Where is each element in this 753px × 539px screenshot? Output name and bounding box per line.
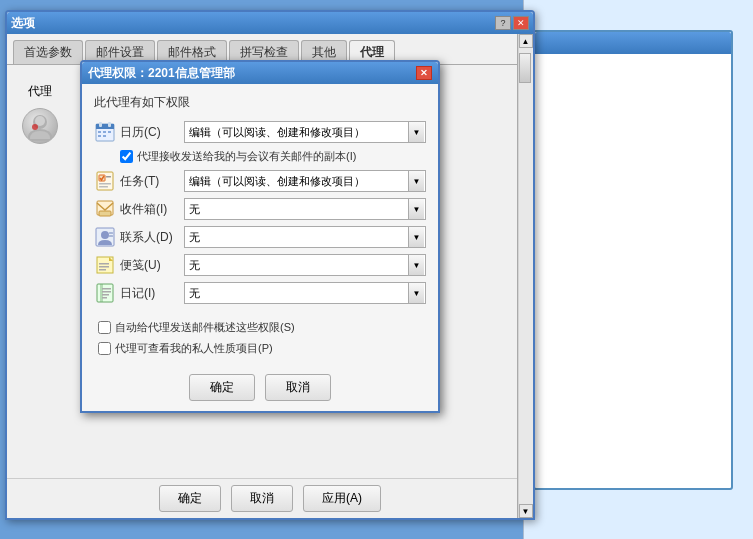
journal-svg: [95, 283, 115, 303]
outer-title-text: 选项: [11, 15, 35, 32]
svg-rect-16: [99, 183, 111, 185]
private-items-label: 代理可查看我的私人性质项目(P): [115, 341, 273, 356]
journal-permission-row: 日记(I) 无 创建项目 编辑（可以阅读、创建和修改项目） ▼: [94, 282, 426, 304]
calendar-select-wrapper: 编辑（可以阅读、创建和修改项目） 无 创建项目 ▼: [184, 121, 426, 143]
task-select-wrapper: 编辑（可以阅读、创建和修改项目） 无 创建项目 ▼: [184, 170, 426, 192]
inner-cancel-button[interactable]: 取消: [265, 374, 331, 401]
scroll-down-button[interactable]: ▼: [519, 504, 533, 518]
calendar-label: 日历(C): [120, 124, 180, 141]
task-svg: [95, 171, 115, 191]
svg-rect-31: [100, 284, 103, 302]
task-label: 任务(T): [120, 173, 180, 190]
inbox-svg: [95, 199, 115, 219]
inner-dialog: 代理权限：2201信息管理部 ✕ 此代理有如下权限 日历(C): [80, 60, 440, 413]
svg-rect-32: [102, 288, 111, 290]
svg-rect-8: [98, 131, 101, 133]
task-select[interactable]: 编辑（可以阅读、创建和修改项目） 无 创建项目: [184, 170, 426, 192]
note-select[interactable]: 无 创建项目 编辑（可以阅读、创建和修改项目）: [184, 254, 426, 276]
scroll-up-button[interactable]: ▲: [519, 34, 533, 48]
note-permission-row: 便笺(U) 无 创建项目 编辑（可以阅读、创建和修改项目） ▼: [94, 254, 426, 276]
inbox-permission-row: 收件箱(I) 无 创建项目 编辑（可以阅读、创建和修改项目） ▼: [94, 198, 426, 220]
private-items-checkbox-row: 代理可查看我的私人性质项目(P): [98, 341, 426, 356]
inbox-label: 收件箱(I): [120, 201, 180, 218]
journal-icon: [94, 282, 116, 304]
outer-ok-button[interactable]: 确定: [159, 485, 221, 512]
sidebar-label: 代理: [28, 83, 52, 100]
calendar-copy-checkbox-row: 代理接收发送给我的与会议有关邮件的副本(I): [120, 149, 426, 164]
svg-point-21: [101, 231, 109, 239]
outer-title-bar: 选项 ? ✕: [7, 12, 533, 34]
bg-window-title-bar: [535, 32, 731, 54]
calendar-permission-row: 日历(C) 编辑（可以阅读、创建和修改项目） 无 创建项目 ▼: [94, 121, 426, 143]
background-window: [533, 30, 733, 490]
svg-rect-19: [99, 211, 111, 216]
svg-rect-5: [96, 124, 114, 129]
svg-rect-17: [99, 186, 108, 188]
svg-rect-35: [102, 297, 107, 299]
auto-send-checkbox[interactable]: [98, 321, 111, 334]
contact-permission-row: 联系人(D) 无 创建项目 编辑（可以阅读、创建和修改项目） ▼: [94, 226, 426, 248]
journal-select[interactable]: 无 创建项目 编辑（可以阅读、创建和修改项目）: [184, 282, 426, 304]
avatar-icon: [25, 111, 55, 141]
calendar-copy-checkbox[interactable]: [120, 150, 133, 163]
inbox-select-wrapper: 无 创建项目 编辑（可以阅读、创建和修改项目） ▼: [184, 198, 426, 220]
contact-select-wrapper: 无 创建项目 编辑（可以阅读、创建和修改项目） ▼: [184, 226, 426, 248]
svg-rect-23: [109, 235, 113, 237]
note-select-wrapper: 无 创建项目 编辑（可以阅读、创建和修改项目） ▼: [184, 254, 426, 276]
scroll-track: [519, 48, 533, 504]
task-permission-row: 任务(T) 编辑（可以阅读、创建和修改项目） 无 创建项目 ▼: [94, 170, 426, 192]
left-sidebar: 代理: [15, 73, 65, 488]
svg-rect-29: [99, 269, 106, 271]
outer-title-buttons: ? ✕: [495, 16, 529, 30]
calendar-svg: [95, 122, 115, 142]
contact-select[interactable]: 无 创建项目 编辑（可以阅读、创建和修改项目）: [184, 226, 426, 248]
contact-svg: [95, 227, 115, 247]
outer-cancel-button[interactable]: 取消: [231, 485, 293, 512]
inner-subtitle: 此代理有如下权限: [94, 94, 426, 111]
help-button[interactable]: ?: [495, 16, 511, 30]
svg-rect-6: [99, 122, 102, 127]
inner-title-text: 代理权限：2201信息管理部: [88, 65, 235, 82]
scroll-thumb[interactable]: [519, 53, 531, 83]
svg-point-3: [32, 124, 38, 130]
right-scrollbar[interactable]: ▲ ▼: [517, 34, 533, 518]
svg-rect-33: [102, 291, 111, 293]
outer-close-button[interactable]: ✕: [513, 16, 529, 30]
svg-rect-15: [106, 176, 111, 178]
outer-apply-button[interactable]: 应用(A): [303, 485, 381, 512]
inner-ok-button[interactable]: 确定: [189, 374, 255, 401]
inner-bottom-bar: 确定 取消: [82, 366, 438, 411]
contact-icon: [94, 226, 116, 248]
note-label: 便笺(U): [120, 257, 180, 274]
task-icon: [94, 170, 116, 192]
inbox-select[interactable]: 无 创建项目 编辑（可以阅读、创建和修改项目）: [184, 198, 426, 220]
svg-rect-34: [102, 294, 109, 296]
calendar-select[interactable]: 编辑（可以阅读、创建和修改项目） 无 创建项目: [184, 121, 426, 143]
inbox-icon: [94, 198, 116, 220]
svg-rect-10: [108, 131, 111, 133]
calendar-icon: [94, 121, 116, 143]
private-items-checkbox[interactable]: [98, 342, 111, 355]
note-icon: [94, 254, 116, 276]
svg-rect-27: [99, 263, 109, 265]
svg-rect-22: [109, 232, 113, 234]
bottom-checkboxes: 自动给代理发送邮件概述这些权限(S) 代理可查看我的私人性质项目(P): [82, 320, 438, 366]
svg-rect-12: [103, 135, 106, 137]
svg-rect-28: [99, 266, 109, 268]
sidebar-avatar: [22, 108, 58, 144]
inner-close-button[interactable]: ✕: [416, 66, 432, 80]
svg-rect-9: [103, 131, 106, 133]
background-panel: [523, 0, 753, 539]
calendar-copy-label: 代理接收发送给我的与会议有关邮件的副本(I): [137, 149, 356, 164]
auto-send-checkbox-row: 自动给代理发送邮件概述这些权限(S): [98, 320, 426, 335]
note-svg: [95, 255, 115, 275]
contact-label: 联系人(D): [120, 229, 180, 246]
auto-send-label: 自动给代理发送邮件概述这些权限(S): [115, 320, 295, 335]
tab-general[interactable]: 首选参数: [13, 40, 83, 64]
svg-rect-30: [97, 284, 113, 302]
journal-label: 日记(I): [120, 285, 180, 302]
svg-rect-11: [98, 135, 101, 137]
inner-dialog-content: 此代理有如下权限 日历(C) 编辑（可以阅读、创建和: [82, 84, 438, 320]
inner-title-bar: 代理权限：2201信息管理部 ✕: [82, 62, 438, 84]
outer-bottom-bar: 确定 取消 应用(A): [7, 478, 533, 518]
